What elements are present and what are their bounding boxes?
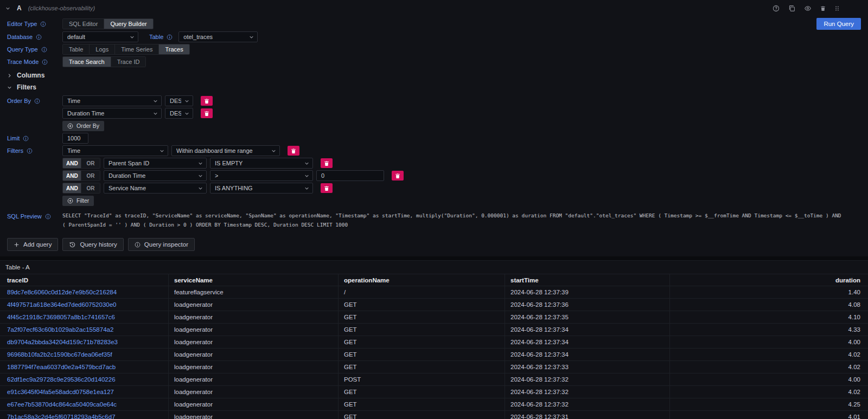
cell-operationname: POST xyxy=(339,373,505,386)
remove-query-icon[interactable] xyxy=(820,5,826,11)
editor-type-radio-group: SQL EditorQuery Builder xyxy=(62,18,154,29)
trace-id-link[interactable]: 62df1ec9a29728c9e29536c20d140226 xyxy=(7,376,116,383)
radio-option-logs[interactable]: Logs xyxy=(90,44,115,54)
cell-starttime: 2024-06-28 12:37:34 xyxy=(505,324,670,336)
duplicate-query-icon[interactable] xyxy=(788,5,795,12)
trace-id-link[interactable]: 1887794f7eaa6037d0e2a4579bcd7acb xyxy=(7,364,116,370)
cell-starttime: 2024-06-28 12:37:39 xyxy=(505,286,670,299)
query-history-button[interactable]: Query history xyxy=(62,238,123,251)
cell-duration: 4.08 xyxy=(670,299,868,311)
bool-option-and[interactable]: AND xyxy=(63,158,81,168)
radio-option-trace-search[interactable]: Trace Search xyxy=(63,57,111,67)
radio-option-table[interactable]: Table xyxy=(63,44,90,54)
column-header-operationname[interactable]: operationName xyxy=(339,274,505,286)
trace-id-link[interactable]: 7a2f07ecf63c60b1029ab2ac155874a2 xyxy=(7,326,113,333)
collapse-query-row-icon[interactable] xyxy=(5,6,10,11)
database-select[interactable]: default xyxy=(62,31,138,42)
drag-handle-icon[interactable] xyxy=(834,5,840,12)
add-filter-button[interactable]: Filter xyxy=(62,196,94,206)
cell-operationname: GET xyxy=(339,398,505,411)
filter-field-select[interactable]: Parent Span ID xyxy=(104,158,207,169)
order-by-field-select[interactable]: Duration Time xyxy=(62,108,162,119)
filters-section-toggle[interactable]: Filters xyxy=(7,83,861,91)
sql-preview-label: SQL Preview xyxy=(7,213,42,220)
filter-field-select[interactable]: Time xyxy=(62,145,168,156)
cell-starttime: 2024-06-28 12:37:34 xyxy=(505,336,670,349)
trace-id-link[interactable]: 89dc7e8c6060c0d12de7e9b50c216284 xyxy=(7,289,117,295)
limit-input[interactable] xyxy=(62,133,88,144)
chevron-down-icon xyxy=(153,111,158,116)
trace-id-link[interactable]: 96968b10fa2b2c1590bc67dea06ef35f xyxy=(7,351,112,358)
bool-option-or[interactable]: OR xyxy=(81,158,100,168)
time-filter-row: Filters Time Within dashboard time range xyxy=(7,145,861,156)
remove-filter-button[interactable] xyxy=(288,146,299,156)
trace-id-link[interactable]: 4f45c21918c73698057a8b1c741657c6 xyxy=(7,314,115,320)
trace-id-link[interactable]: 4f497571a618e364ed7ded60752030e0 xyxy=(7,301,116,308)
info-icon xyxy=(40,21,46,27)
table-select[interactable]: otel_traces xyxy=(178,31,258,42)
remove-filter-button[interactable] xyxy=(392,171,404,181)
bool-option-or[interactable]: OR xyxy=(81,183,100,193)
cell-duration: 4.10 xyxy=(670,311,868,324)
remove-filter-button[interactable] xyxy=(321,183,333,193)
filter-field-select[interactable]: Duration Time xyxy=(104,170,207,181)
radio-option-trace-id[interactable]: Trace ID xyxy=(111,57,146,67)
hide-query-icon[interactable] xyxy=(804,5,812,12)
order-by-field-select[interactable]: Time xyxy=(62,95,162,106)
sql-preview-row: SQL Preview SELECT "TraceId" as traceID,… xyxy=(7,211,861,229)
trace-id-link[interactable]: 7b1ac58a3c2d4e5f60718293a4b5c6d7 xyxy=(7,414,116,419)
info-icon xyxy=(135,242,141,248)
chevron-down-icon xyxy=(7,85,12,90)
table-panel-title: Table - A xyxy=(0,261,868,274)
bool-option-and[interactable]: AND xyxy=(63,183,81,193)
filters-label-cell: Filters xyxy=(7,147,62,154)
remove-filter-button[interactable] xyxy=(321,158,333,168)
trace-id-link[interactable]: db9704a2bbda34204d159c71b78283e3 xyxy=(7,339,118,345)
cell-starttime: 2024-06-28 12:37:35 xyxy=(505,311,670,324)
cell-duration: 4.02 xyxy=(670,386,868,398)
bool-option-or[interactable]: OR xyxy=(81,171,100,181)
add-query-button[interactable]: Add query xyxy=(7,238,58,251)
trash-icon xyxy=(324,185,329,191)
database-label-cell: Database xyxy=(7,34,62,40)
filter-operator-select[interactable]: > xyxy=(210,170,313,181)
cell-servicename: loadgenerator xyxy=(169,411,339,419)
column-header-servicename[interactable]: serviceName xyxy=(169,274,339,286)
info-icon xyxy=(23,136,29,141)
column-header-duration[interactable]: duration xyxy=(670,274,868,286)
help-icon[interactable] xyxy=(773,5,780,12)
order-by-direction-select[interactable]: DESC xyxy=(165,108,193,119)
run-query-button[interactable]: Run Query xyxy=(816,18,861,30)
filter-value-input[interactable] xyxy=(316,170,384,181)
query-inspector-button[interactable]: Query inspector xyxy=(128,238,195,251)
plus-circle-icon xyxy=(67,123,73,129)
trace-id-link[interactable]: e67ee7b53870d4c864ca50409ca0e64c xyxy=(7,401,117,408)
cell-duration: 4.33 xyxy=(670,324,868,336)
filter-operator-select[interactable]: Within dashboard time range xyxy=(171,145,280,156)
cell-servicename: loadgenerator xyxy=(169,398,339,411)
add-order-by-button[interactable]: Order By xyxy=(62,121,104,131)
filter-operator-select[interactable]: IS EMPTY xyxy=(210,158,313,169)
radio-option-traces[interactable]: Traces xyxy=(159,44,189,54)
filter-operator-select[interactable]: IS ANYTHING xyxy=(210,183,313,194)
cell-starttime: 2024-06-28 12:37:36 xyxy=(505,299,670,311)
radio-option-query-builder[interactable]: Query Builder xyxy=(104,19,152,29)
radio-option-time-series[interactable]: Time Series xyxy=(115,44,159,54)
trace-mode-radio-group: Trace SearchTrace ID xyxy=(62,56,146,67)
cell-servicename: loadgenerator xyxy=(169,336,339,349)
columns-section-toggle[interactable]: Columns xyxy=(7,72,861,79)
cell-duration: 4.25 xyxy=(670,398,868,411)
radio-option-sql-editor[interactable]: SQL Editor xyxy=(63,19,104,29)
column-header-traceid[interactable]: traceID xyxy=(0,274,169,286)
column-header-starttime[interactable]: startTime xyxy=(505,274,670,286)
cell-traceid: db9704a2bbda34204d159c71b78283e3 xyxy=(0,336,169,349)
remove-order-by-button[interactable] xyxy=(201,96,213,106)
order-by-direction-select[interactable]: DESC xyxy=(165,95,193,106)
query-type-radio-group: TableLogsTime SeriesTraces xyxy=(62,44,190,55)
trace-id-link[interactable]: e91c3645f04fa5e58adcd0758e1ea127 xyxy=(7,389,114,395)
remove-order-by-button[interactable] xyxy=(201,108,213,118)
and-or-toggle: ANDOR xyxy=(62,183,100,194)
cell-operationname: GET xyxy=(339,411,505,419)
filter-field-select[interactable]: Service Name xyxy=(104,183,207,194)
bool-option-and[interactable]: AND xyxy=(63,171,81,181)
